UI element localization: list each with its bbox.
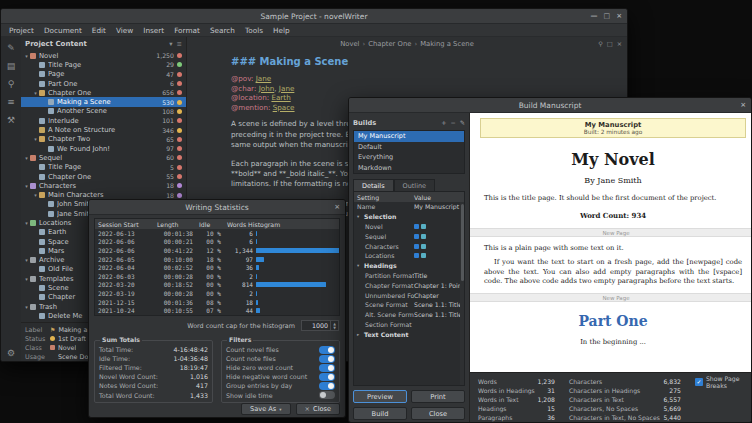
setting-characters[interactable]: Characters [354, 241, 464, 251]
menu-tools[interactable]: Tools [240, 26, 268, 35]
menu-project[interactable]: Project [4, 26, 39, 35]
menu-help[interactable]: Help [268, 26, 295, 35]
setting-partition-format[interactable]: Partition FormatTitle [354, 271, 464, 281]
menu-insert[interactable]: Insert [138, 26, 169, 35]
menu-search[interactable]: Search [205, 26, 240, 35]
edit-build-icon[interactable]: ✎ [460, 119, 465, 126]
setting-text-content[interactable]: ▸Text Content [354, 329, 464, 339]
toggle-show-idle-time[interactable] [319, 391, 335, 399]
build-tools-icon[interactable]: ⚒ [7, 115, 15, 125]
add-build-icon[interactable]: + [441, 119, 446, 126]
tree-item-title-page[interactable]: Title Page29 [21, 60, 186, 69]
tag-reference[interactable]: Jane [256, 74, 272, 83]
tag-reference[interactable]: Earth [271, 93, 290, 102]
histogram-cap-spinner[interactable]: 1000 ▲ ▼ [301, 320, 339, 331]
show-page-breaks-checkbox[interactable]: ✓ [695, 378, 703, 386]
menu-view[interactable]: View [111, 26, 138, 35]
tag-reference[interactable]: John [259, 84, 275, 93]
close-icon[interactable]: × [740, 101, 746, 109]
toggle-group-entries-by-day[interactable] [319, 382, 335, 390]
tag-reference[interactable]: Jane [279, 84, 295, 93]
setting-section-format[interactable]: Section Format [354, 320, 464, 330]
menu-edit[interactable]: Edit [87, 26, 111, 35]
save-as-button[interactable]: Save As ▾ [241, 403, 291, 415]
tree-item-characters[interactable]: ▾Characters18 [21, 181, 186, 190]
column-header-words-histogram[interactable]: Words Histogram [221, 221, 339, 228]
doc-search-icon[interactable]: ⚲ [598, 40, 603, 47]
tab-outline[interactable]: Outline [394, 179, 436, 191]
column-header-length[interactable]: Length [151, 221, 193, 228]
sessions-table[interactable]: Session StartLengthIdleWords Histogram 2… [94, 218, 340, 316]
build-item-default[interactable]: Default [354, 142, 464, 153]
tree-item-another-scene[interactable]: Another Scene108 [21, 107, 186, 116]
tree-item-title-page[interactable]: Title Page5 [21, 163, 186, 172]
settings-icon[interactable]: ⚙ [7, 348, 15, 358]
main-titlebar[interactable]: Sample Project - novelWriter —□× [1, 9, 627, 24]
breadcrumb-making-a-scene[interactable]: Making a Scene [420, 40, 474, 48]
tree-item-making-a-scene[interactable]: Making a Scene530 [21, 97, 186, 106]
setting-chapter-format[interactable]: Chapter FormatChapter 1: Point ... [354, 280, 464, 290]
toggle-hide-negative-word-count[interactable] [319, 373, 335, 381]
settings-scrollbar[interactable] [460, 202, 464, 385]
build-item-my-manuscript[interactable]: My Manuscript [354, 131, 464, 142]
menu-document[interactable]: Document [39, 26, 87, 35]
doc-close-icon[interactable]: × [617, 40, 622, 47]
tree-item-a-note-on-structure[interactable]: A Note on Structure346 [21, 125, 186, 134]
build-item-markdown[interactable]: Markdown [354, 163, 464, 174]
outline-icon[interactable]: ≡ [7, 97, 15, 107]
close-icon[interactable]: × [616, 12, 622, 20]
tree-item-chapter-two[interactable]: ▾Chapter Two65 [21, 135, 186, 144]
panel-menu-icon[interactable]: ≡ [177, 40, 182, 48]
build-settings-table[interactable]: SettingValue NameMy Manuscript▾Selection… [353, 191, 465, 386]
setting-locations[interactable]: Locations [354, 251, 464, 261]
edit-icon[interactable]: ✎ [7, 43, 15, 53]
setting-unnumbered-fo[interactable]: Unnumbered Fo...Chapter [354, 290, 464, 300]
tree-item-chapter-one[interactable]: ▾Chapter One656 [21, 88, 186, 97]
show-page-breaks[interactable]: ✓ Show Page Breaks [695, 377, 752, 386]
setting-sequel[interactable]: Sequel [354, 231, 464, 241]
build-button[interactable]: Build [353, 407, 407, 420]
tree-item-interlude[interactable]: Interlude101 [21, 116, 186, 125]
preview-button[interactable]: Preview [353, 390, 407, 403]
build-titlebar[interactable]: Build Manuscript × [349, 98, 751, 113]
toggle-count-note-files[interactable] [319, 355, 335, 363]
status-icon [177, 128, 182, 133]
tree-item-we-found-john[interactable]: We Found John!97 [21, 144, 186, 153]
stats-close-button[interactable]: × Close [296, 403, 340, 415]
minimize-icon[interactable]: — [591, 12, 598, 20]
setting-novel[interactable]: Novel [354, 222, 464, 232]
close-icon[interactable]: × [334, 203, 340, 211]
sort-icon[interactable]: ▾ [169, 40, 172, 48]
tree-item-page[interactable]: Page47 [21, 70, 186, 79]
remove-build-icon[interactable]: − [450, 119, 455, 126]
breadcrumb-novel[interactable]: Novel [340, 40, 359, 48]
manuscript-preview[interactable]: My Manuscript Built: 2 minutes ago My No… [470, 113, 752, 372]
setting-scene-format[interactable]: Scene FormatScene 1.1: Title [354, 300, 464, 310]
tree-item-chapter-one[interactable]: Chapter One55 [21, 172, 186, 181]
spinner-buttons[interactable]: ▲ ▼ [330, 321, 338, 330]
tag-reference[interactable]: Space [273, 103, 295, 112]
column-header-session-start[interactable]: Session Start [95, 221, 151, 228]
stats-titlebar[interactable]: Writing Statistics × [89, 200, 345, 215]
setting-selection[interactable]: ▾Selection [354, 212, 464, 222]
close-button[interactable]: Close [411, 407, 465, 420]
breadcrumb-chapter-one[interactable]: Chapter One [368, 40, 411, 48]
column-header-idle[interactable]: Idle [193, 221, 221, 228]
menu-format[interactable]: Format [169, 26, 205, 35]
tree-item-part-one[interactable]: Part One6 [21, 79, 186, 88]
tab-details[interactable]: Details [353, 179, 394, 191]
toggle-count-novel-files[interactable] [319, 346, 335, 354]
search-icon[interactable]: ⚲ [8, 79, 15, 89]
tree-item-novel[interactable]: ▾Novel1,250 [21, 51, 186, 60]
project-tree-icon[interactable]: ▤ [7, 61, 16, 71]
setting-name[interactable]: NameMy Manuscript [354, 202, 464, 212]
setting-headings[interactable]: ▾Headings [354, 261, 464, 271]
maximize-icon[interactable]: □ [604, 12, 611, 20]
print-button[interactable]: Print [411, 390, 465, 403]
setting-alt-scene-format[interactable]: Alt. Scene FormatScene 1.1: Title [354, 310, 464, 320]
doc-maximize-icon[interactable]: □ [607, 40, 613, 47]
toggle-hide-zero-word-count[interactable] [319, 364, 335, 372]
tree-item-sequel[interactable]: ▾Sequel60 [21, 153, 186, 162]
build-item-everything[interactable]: Everything [354, 152, 464, 163]
spin-down-icon[interactable]: ▼ [333, 326, 336, 330]
